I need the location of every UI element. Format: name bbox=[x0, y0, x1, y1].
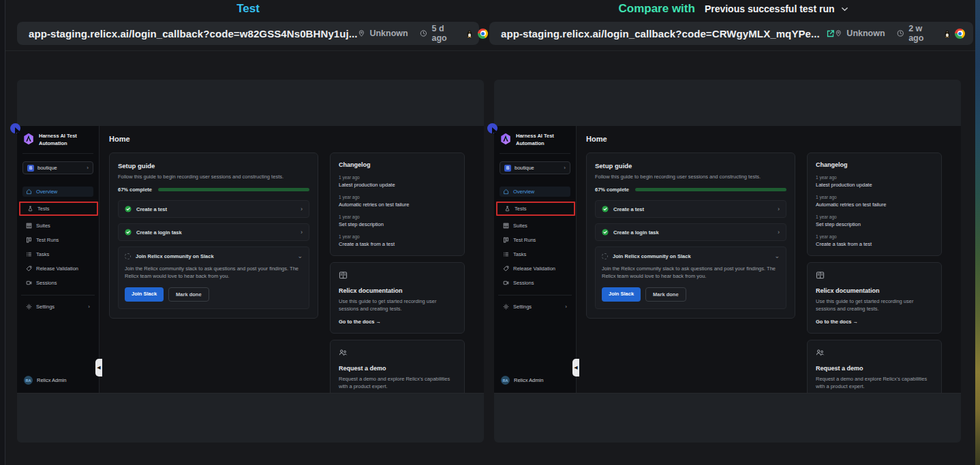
app-brand-name: Harness AI Test Automation bbox=[516, 133, 561, 147]
sidebar-item-tests: Tests bbox=[496, 202, 575, 216]
test-screenshot-panel[interactable]: Harness AI Test Automation B boutique › … bbox=[17, 80, 484, 443]
location-pin-icon bbox=[835, 29, 842, 38]
external-link-icon[interactable] bbox=[826, 29, 835, 38]
compare-url: app-staging.relicx.ai/login_callback?cod… bbox=[501, 28, 820, 39]
project-selector: B boutique › bbox=[22, 161, 93, 174]
mark-done-button: Mark done bbox=[645, 287, 686, 302]
sidebar-item-tasks: Tasks bbox=[500, 249, 570, 259]
video-icon bbox=[503, 280, 509, 286]
sidebar-nav: Overview Tests Suites Test Runs Tasks Re… bbox=[500, 187, 570, 288]
grid-icon bbox=[503, 223, 509, 229]
chevron-down-icon: ⌄ bbox=[774, 253, 780, 259]
join-slack-button: Join Slack bbox=[125, 287, 164, 302]
app-sidebar: Harness AI Test Automation B boutique › … bbox=[494, 126, 577, 393]
setup-guide-card: Setup guide Follow this guide to begin r… bbox=[586, 153, 795, 319]
check-circle-icon bbox=[125, 229, 132, 236]
request-demo-card: Request a demo Request a demo and explor… bbox=[330, 340, 465, 394]
book-icon bbox=[339, 271, 348, 280]
video-icon bbox=[26, 280, 32, 286]
go-to-docs-link: Go to the docs → bbox=[816, 319, 933, 325]
app-main: Home Setup guide Follow this guide to be… bbox=[577, 126, 961, 393]
sidebar-item-overview: Overview bbox=[500, 187, 570, 197]
changelog-card: Changelog 1 year ago Latest production u… bbox=[807, 153, 942, 256]
collapsed-side-rail bbox=[0, 0, 5, 465]
compare-header: Test Compare with Previous successful te… bbox=[5, 0, 976, 18]
chevron-right-icon: › bbox=[87, 165, 89, 171]
test-column-title: Test bbox=[236, 2, 260, 16]
sidebar-nav: Overview Tests Suites Test Runs Tasks Re… bbox=[22, 187, 93, 288]
url-row: app-staging.relicx.ai/login_callback?cod… bbox=[5, 18, 976, 51]
gear-icon bbox=[503, 304, 509, 310]
compare-screenshot-panel[interactable]: Harness AI Test Automation B boutique › … bbox=[494, 80, 961, 443]
test-url-bar[interactable]: app-staging.relicx.ai/login_callback?cod… bbox=[17, 22, 479, 45]
chevron-right-icon: › bbox=[88, 304, 90, 310]
setup-step-create-login-task: Create a login task › bbox=[118, 223, 309, 241]
join-slack-button: Join Slack bbox=[602, 287, 641, 302]
home-icon bbox=[503, 189, 509, 195]
user-account: RA Relicx Admin bbox=[22, 376, 93, 386]
release-validation-icon bbox=[503, 266, 509, 272]
compare-screenshot: Harness AI Test Automation B boutique › … bbox=[494, 126, 961, 394]
compare-target-dropdown[interactable]: Previous successful test run bbox=[705, 3, 848, 14]
harness-logo-icon bbox=[500, 133, 512, 145]
clock-icon bbox=[420, 29, 427, 38]
app-sidebar: Harness AI Test Automation B boutique › … bbox=[17, 126, 99, 393]
chevron-right-icon: › bbox=[301, 229, 303, 236]
people-icon bbox=[339, 349, 348, 357]
sidebar-item-release-validation: Release Validation bbox=[22, 263, 93, 274]
sidebar-collapse-handle: ◀ bbox=[95, 359, 102, 376]
sidebar-item-sessions: Sessions bbox=[22, 278, 93, 288]
tests-icon bbox=[27, 206, 33, 212]
avatar: RA bbox=[24, 376, 33, 385]
page-title: Home bbox=[109, 135, 474, 143]
compare-age: 2 w ago bbox=[908, 24, 932, 43]
check-circle-icon bbox=[602, 229, 609, 236]
sidebar-item-overview: Overview bbox=[22, 187, 93, 197]
sidebar-item-settings: Settings › bbox=[22, 302, 93, 312]
project-initial-icon: B bbox=[504, 165, 511, 172]
gear-icon bbox=[26, 304, 32, 310]
compare-url-bar[interactable]: app-staging.relicx.ai/login_callback?cod… bbox=[489, 22, 973, 45]
sidebar-item-settings: Settings › bbox=[500, 302, 570, 312]
compare-area: Harness AI Test Automation B boutique › … bbox=[5, 51, 976, 443]
home-icon bbox=[26, 189, 32, 195]
documentation-card: Relicx documentation Use this guide to g… bbox=[807, 262, 942, 334]
user-account: RA Relicx Admin bbox=[500, 376, 570, 386]
columns-icon bbox=[26, 237, 32, 243]
linux-icon bbox=[944, 29, 951, 39]
clock-icon bbox=[897, 29, 904, 38]
sidebar-divider bbox=[498, 295, 572, 295]
check-circle-icon bbox=[125, 206, 132, 212]
book-icon bbox=[816, 271, 825, 280]
harness-logo-icon bbox=[22, 133, 35, 145]
setup-step-join-slack: Join Relicx community on Slack ⌄ Join th… bbox=[118, 246, 309, 309]
sidebar-divider bbox=[21, 295, 95, 295]
linux-icon bbox=[466, 29, 473, 39]
tests-icon bbox=[504, 206, 510, 212]
setup-step-create-test: Create a test › bbox=[595, 200, 786, 218]
sidebar-item-sessions: Sessions bbox=[500, 278, 570, 288]
setup-step-join-slack: Join Relicx community on Slack ⌄ Join th… bbox=[595, 246, 786, 309]
changelog-card: Changelog 1 year ago Latest production u… bbox=[330, 153, 465, 256]
setup-progress: 67% complete bbox=[595, 187, 786, 193]
chevron-down-icon: ⌄ bbox=[297, 253, 303, 259]
sidebar-item-suites: Suites bbox=[500, 221, 570, 231]
chevron-right-icon: › bbox=[565, 304, 567, 310]
setup-progress: 67% complete bbox=[118, 187, 309, 193]
chrome-icon bbox=[478, 29, 488, 39]
request-demo-card: Request a demo Request a demo and explor… bbox=[807, 340, 942, 394]
test-location: Unknown bbox=[369, 29, 408, 38]
changelog-entry: 1 year ago Latest production update bbox=[816, 175, 933, 188]
changelog-entry: 1 year ago Latest production update bbox=[339, 175, 456, 188]
changelog-entry: 1 year ago Automatic retries on test fai… bbox=[339, 195, 456, 208]
progress-bar bbox=[158, 188, 309, 191]
sidebar-item-test-runs: Test Runs bbox=[500, 235, 570, 245]
go-to-docs-link: Go to the docs → bbox=[339, 319, 456, 325]
release-validation-icon bbox=[26, 266, 32, 272]
cursor-marker-icon bbox=[487, 123, 497, 133]
sidebar-item-test-runs: Test Runs bbox=[22, 235, 93, 245]
changelog-entry: 1 year ago Set step description bbox=[339, 214, 456, 227]
avatar: RA bbox=[501, 376, 510, 385]
app-brand: Harness AI Test Automation bbox=[500, 133, 570, 154]
desktop-wallpaper-sliver bbox=[975, 0, 980, 465]
